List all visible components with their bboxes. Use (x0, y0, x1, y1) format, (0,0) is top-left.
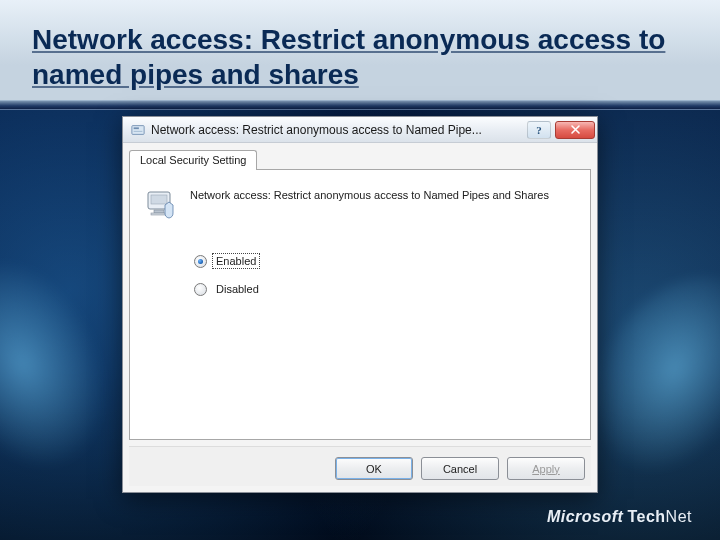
svg-rect-0 (132, 125, 144, 134)
brand-technet: TechNet (627, 508, 692, 525)
option-disabled-label: Disabled (213, 282, 262, 296)
radio-disabled[interactable] (194, 283, 207, 296)
cancel-button-label: Cancel (443, 463, 477, 475)
properties-dialog: Network access: Restrict anonymous acces… (122, 116, 598, 493)
close-icon (570, 124, 581, 135)
dialog-icon (131, 123, 145, 137)
radio-enabled[interactable] (194, 255, 207, 268)
options-group: Enabled Disabled (144, 254, 576, 296)
ok-button[interactable]: OK (335, 457, 413, 480)
dialog-title-text: Network access: Restrict anonymous acces… (151, 123, 523, 137)
close-button[interactable] (555, 121, 595, 139)
svg-rect-5 (151, 195, 167, 204)
tab-label: Local Security Setting (140, 154, 246, 166)
policy-description: Network access: Restrict anonymous acces… (190, 186, 549, 203)
cancel-button[interactable]: Cancel (421, 457, 499, 480)
option-enabled-label: Enabled (213, 254, 259, 268)
svg-rect-6 (154, 210, 164, 213)
slide-title: Network access: Restrict anonymous acces… (32, 22, 680, 92)
brand-microsoft: Microsoft (547, 508, 624, 525)
policy-icon (144, 186, 178, 220)
option-disabled[interactable]: Disabled (194, 282, 576, 296)
option-enabled[interactable]: Enabled (194, 254, 576, 268)
svg-rect-1 (134, 127, 139, 129)
dialog-titlebar[interactable]: Network access: Restrict anonymous acces… (123, 117, 597, 143)
dialog-button-row: OK Cancel Apply (129, 446, 591, 486)
tab-local-security-setting[interactable]: Local Security Setting (129, 150, 257, 170)
svg-text:?: ? (536, 124, 542, 136)
apply-button-label: Apply (532, 463, 560, 475)
help-icon: ? (533, 124, 545, 136)
policy-header: Network access: Restrict anonymous acces… (144, 186, 576, 220)
slide-accent-bar (0, 100, 720, 110)
brand-footer: MicrosoftTechNet (547, 508, 692, 526)
ok-button-label: OK (366, 463, 382, 475)
apply-button[interactable]: Apply (507, 457, 585, 480)
help-button[interactable]: ? (527, 121, 551, 139)
tab-strip: Local Security Setting (129, 149, 591, 170)
tab-panel: Network access: Restrict anonymous acces… (129, 170, 591, 440)
svg-rect-2 (134, 130, 143, 131)
